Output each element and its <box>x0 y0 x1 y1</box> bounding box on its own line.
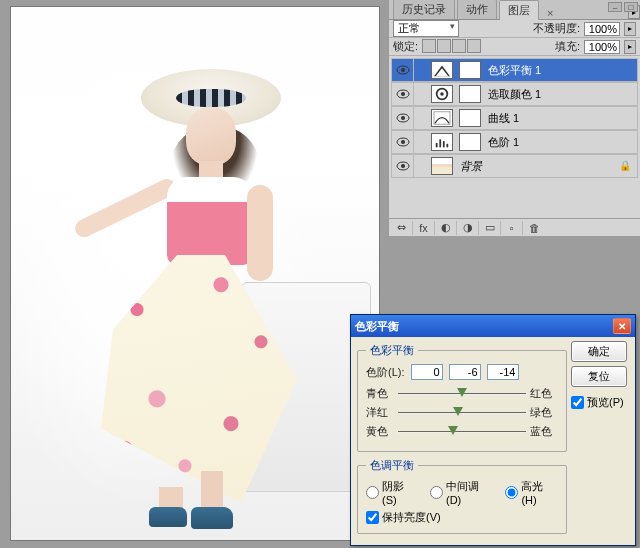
opacity-label: 不透明度: <box>533 21 580 36</box>
trash-icon[interactable]: 🗑 <box>523 221 545 235</box>
dialog-titlebar[interactable]: 色彩平衡 ✕ <box>351 315 635 337</box>
adjustment-thumb <box>431 109 453 127</box>
cyan-label: 青色 <box>366 386 394 401</box>
svg-rect-13 <box>436 143 438 147</box>
mask-thumb <box>459 61 481 79</box>
svg-point-1 <box>401 68 405 72</box>
layer-name: 色彩平衡 1 <box>488 63 541 78</box>
yellow-label: 黄色 <box>366 424 394 439</box>
svg-rect-14 <box>439 139 441 147</box>
red-label: 红色 <box>530 386 558 401</box>
tab-layers[interactable]: 图层 <box>499 0 539 20</box>
blend-mode-select[interactable]: 正常 <box>393 20 459 37</box>
layer-name: 选取颜色 1 <box>488 87 541 102</box>
radio-shadows[interactable]: 阴影(S) <box>366 479 418 506</box>
adjustment-icon[interactable]: ◑ <box>457 221 479 235</box>
lock-label: 锁定: <box>393 39 418 54</box>
photo <box>11 7 379 540</box>
fx-icon[interactable]: fx <box>413 221 435 235</box>
svg-point-18 <box>401 164 405 168</box>
level-input-b[interactable] <box>449 364 481 380</box>
adjustment-thumb <box>431 85 453 103</box>
lock-buttons[interactable] <box>422 39 482 55</box>
lock-icon: 🔒 <box>619 160 631 171</box>
svg-rect-16 <box>446 144 448 148</box>
tab-history[interactable]: 历史记录 <box>393 0 455 19</box>
level-input-c[interactable] <box>487 364 519 380</box>
svg-point-7 <box>440 92 444 96</box>
fill-label: 填充: <box>555 39 580 54</box>
layer-name: 色阶 1 <box>488 135 519 150</box>
layer-selective-color[interactable]: 选取颜色 1 <box>391 82 638 106</box>
level-input-a[interactable] <box>411 364 443 380</box>
ok-button[interactable]: 确定 <box>571 341 627 362</box>
lock-transparency-icon[interactable] <box>422 39 436 53</box>
layer-color-balance[interactable]: 色彩平衡 1 <box>391 58 638 82</box>
color-balance-dialog: 色彩平衡 ✕ 色彩平衡 色阶(L): 青色 红色 洋红 绿色 黄 <box>350 314 636 546</box>
adjustment-thumb <box>431 133 453 151</box>
fill-stepper-icon[interactable]: ▸ <box>624 40 636 54</box>
layer-levels[interactable]: 色阶 1 <box>391 130 638 154</box>
magenta-green-slider[interactable] <box>398 407 526 419</box>
svg-point-5 <box>401 92 405 96</box>
layers-list: 色彩平衡 1 选取颜色 1 曲线 1 色阶 1 背景 <box>389 56 640 178</box>
visibility-toggle[interactable] <box>392 155 414 177</box>
levels-label: 色阶(L): <box>366 365 405 380</box>
radio-highlights[interactable]: 高光(H) <box>505 479 558 506</box>
panel-minimize-icon[interactable]: – <box>608 2 622 12</box>
model-figure <box>71 69 311 529</box>
cyan-red-slider[interactable] <box>398 388 526 400</box>
layer-curves[interactable]: 曲线 1 <box>391 106 638 130</box>
dialog-title: 色彩平衡 <box>355 319 399 334</box>
tone-balance-group: 色调平衡 阴影(S) 中间调(D) 高光(H) 保持亮度(V) <box>357 458 567 534</box>
visibility-toggle[interactable] <box>392 83 414 105</box>
close-icon[interactable]: ✕ <box>613 318 631 334</box>
layer-name: 背景 <box>460 159 482 174</box>
magenta-label: 洋红 <box>366 405 394 420</box>
group-label: 色彩平衡 <box>366 343 418 358</box>
opacity-value[interactable]: 100% <box>584 22 620 36</box>
document-canvas[interactable] <box>10 6 380 541</box>
adjustment-thumb <box>431 61 453 79</box>
tab-close-icon[interactable]: × <box>543 7 557 19</box>
checkbox-preview[interactable]: 预览(P) <box>571 395 627 410</box>
new-layer-icon[interactable]: ▫ <box>501 221 523 235</box>
mask-thumb <box>459 133 481 151</box>
color-balance-group: 色彩平衡 色阶(L): 青色 红色 洋红 绿色 黄色 蓝色 <box>357 343 567 452</box>
layer-thumb <box>431 157 453 175</box>
lock-all-icon[interactable] <box>467 39 481 53</box>
green-label: 绿色 <box>530 405 558 420</box>
radio-midtones[interactable]: 中间调(D) <box>430 479 493 506</box>
lock-pixels-icon[interactable] <box>437 39 451 53</box>
opacity-stepper-icon[interactable]: ▸ <box>624 22 636 36</box>
panels-column: – □ 历史记录 动作 图层 × ▸ 正常 不透明度: 100% ▸ 锁定: 填… <box>388 0 640 236</box>
blue-label: 蓝色 <box>530 424 558 439</box>
layer-name: 曲线 1 <box>488 111 519 126</box>
layer-background[interactable]: 背景 🔒 <box>391 154 638 178</box>
svg-rect-15 <box>443 141 445 147</box>
group-icon[interactable]: ▭ <box>479 221 501 235</box>
link-layers-icon[interactable]: ⇔ <box>391 221 413 235</box>
fill-value[interactable]: 100% <box>584 40 620 54</box>
group-label: 色调平衡 <box>366 458 418 473</box>
visibility-toggle[interactable] <box>392 131 414 153</box>
reset-button[interactable]: 复位 <box>571 366 627 387</box>
panel-tabs: 历史记录 动作 图层 × ▸ <box>389 0 640 20</box>
checkbox-preserve-luminosity[interactable]: 保持亮度(V) <box>366 510 558 525</box>
mask-icon[interactable]: ◐ <box>435 221 457 235</box>
visibility-toggle[interactable] <box>392 107 414 129</box>
yellow-blue-slider[interactable] <box>398 426 526 438</box>
mask-thumb <box>459 85 481 103</box>
svg-point-9 <box>401 116 405 120</box>
lock-position-icon[interactable] <box>452 39 466 53</box>
svg-point-12 <box>401 140 405 144</box>
visibility-toggle[interactable] <box>392 59 414 81</box>
layers-footer: ⇔ fx ◐ ◑ ▭ ▫ 🗑 <box>389 218 640 236</box>
mask-thumb <box>459 109 481 127</box>
tab-actions[interactable]: 动作 <box>457 0 497 19</box>
panel-close-icon[interactable]: □ <box>624 2 638 12</box>
